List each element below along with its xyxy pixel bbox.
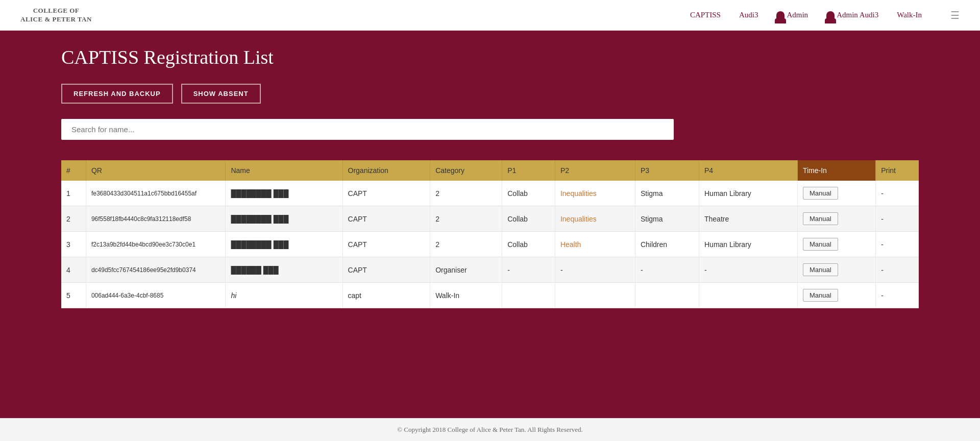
table-row: 1 fe3680433d304511a1c675bbd16455af █████… bbox=[61, 181, 919, 206]
page-header: CAPTISS Registration List REFRESH AND BA… bbox=[0, 31, 980, 160]
cell-p2: Inequalities bbox=[555, 206, 635, 232]
nav-admin-audi3[interactable]: Admin Audi3 bbox=[826, 11, 878, 19]
cell-org: CAPT bbox=[342, 181, 430, 206]
cell-org: CAPT bbox=[342, 232, 430, 257]
cell-category: 2 bbox=[430, 232, 502, 257]
cell-name: ████████ ███ bbox=[226, 181, 342, 206]
cell-org: CAPT bbox=[342, 206, 430, 232]
cell-p3: Stigma bbox=[635, 181, 699, 206]
table-body: 1 fe3680433d304511a1c675bbd16455af █████… bbox=[61, 181, 919, 308]
col-qr: QR bbox=[86, 160, 226, 181]
nav-admin[interactable]: Admin bbox=[776, 11, 808, 19]
cell-timein: Manual bbox=[797, 232, 875, 257]
cell-name: hi bbox=[226, 283, 342, 308]
refresh-backup-button[interactable]: REFRESH AND BACKUP bbox=[61, 84, 173, 104]
manual-button[interactable]: Manual bbox=[803, 263, 838, 276]
main-content: # QR Name Organization Category P1 P2 P3… bbox=[0, 160, 980, 418]
table-row: 5 006ad444-6a3e-4cbf-8685 hi capt Walk-I… bbox=[61, 283, 919, 308]
cell-p1: Collab bbox=[502, 206, 555, 232]
nav-captiss[interactable]: CAPTISS bbox=[690, 11, 721, 19]
brand-line2: Alice & Peter Tan bbox=[20, 15, 92, 24]
cell-p2: Inequalities bbox=[555, 181, 635, 206]
col-timein: Time-In bbox=[797, 160, 875, 181]
cell-qr: dc49d5fcc767454186ee95e2fd9b0374 bbox=[86, 257, 226, 283]
cell-timein: Manual bbox=[797, 206, 875, 232]
user-icon-admin-audi3 bbox=[826, 11, 835, 19]
table-row: 2 96f558f18fb4440c8c9fa312118edf58 █████… bbox=[61, 206, 919, 232]
cell-num: 2 bbox=[61, 206, 86, 232]
manual-button[interactable]: Manual bbox=[803, 238, 838, 251]
cell-p1: Collab bbox=[502, 232, 555, 257]
cell-p1: - bbox=[502, 257, 555, 283]
cell-p1: Collab bbox=[502, 181, 555, 206]
header-buttons: REFRESH AND BACKUP SHOW ABSENT bbox=[61, 84, 919, 104]
nav-walkin[interactable]: Walk-In bbox=[897, 11, 922, 19]
navbar: College of Alice & Peter Tan CAPTISS Aud… bbox=[0, 0, 980, 31]
col-print: Print bbox=[876, 160, 919, 181]
cell-org: CAPT bbox=[342, 257, 430, 283]
table-row: 4 dc49d5fcc767454186ee95e2fd9b0374 █████… bbox=[61, 257, 919, 283]
cell-print: - bbox=[876, 232, 919, 257]
cell-p2: Health bbox=[555, 232, 635, 257]
col-p2: P2 bbox=[555, 160, 635, 181]
cell-category: 2 bbox=[430, 181, 502, 206]
cell-p3: Children bbox=[635, 232, 699, 257]
cell-p4: Theatre bbox=[699, 206, 797, 232]
navbar-links: CAPTISS Audi3 Admin Admin Audi3 Walk-In … bbox=[690, 9, 960, 21]
footer-text: © Copyright 2018 College of Alice & Pete… bbox=[397, 426, 583, 433]
cell-print: - bbox=[876, 257, 919, 283]
cell-category: 2 bbox=[430, 206, 502, 232]
cell-name: ████████ ███ bbox=[226, 206, 342, 232]
cell-org: capt bbox=[342, 283, 430, 308]
cell-p4: Human Library bbox=[699, 181, 797, 206]
col-p1: P1 bbox=[502, 160, 555, 181]
cell-p2 bbox=[555, 283, 635, 308]
brand: College of Alice & Peter Tan bbox=[20, 7, 92, 24]
cell-p3: Stigma bbox=[635, 206, 699, 232]
cell-category: Organiser bbox=[430, 257, 502, 283]
manual-button[interactable]: Manual bbox=[803, 212, 838, 225]
search-input[interactable] bbox=[61, 119, 674, 140]
table-row: 3 f2c13a9b2fd44be4bcd90ee3c730c0e1 █████… bbox=[61, 232, 919, 257]
table-header: # QR Name Organization Category P1 P2 P3… bbox=[61, 160, 919, 181]
footer: © Copyright 2018 College of Alice & Pete… bbox=[0, 418, 980, 441]
manual-button[interactable]: Manual bbox=[803, 187, 838, 200]
cell-p3 bbox=[635, 283, 699, 308]
cell-print: - bbox=[876, 206, 919, 232]
manual-button[interactable]: Manual bbox=[803, 289, 838, 302]
cell-qr: 006ad444-6a3e-4cbf-8685 bbox=[86, 283, 226, 308]
cell-timein: Manual bbox=[797, 257, 875, 283]
cell-num: 1 bbox=[61, 181, 86, 206]
cell-num: 3 bbox=[61, 232, 86, 257]
cell-name: ████████ ███ bbox=[226, 232, 342, 257]
cell-qr: 96f558f18fb4440c8c9fa312118edf58 bbox=[86, 206, 226, 232]
cell-p4: - bbox=[699, 257, 797, 283]
cell-num: 5 bbox=[61, 283, 86, 308]
registration-table: # QR Name Organization Category P1 P2 P3… bbox=[61, 160, 919, 308]
cell-num: 4 bbox=[61, 257, 86, 283]
hamburger-icon[interactable]: ☰ bbox=[950, 9, 960, 21]
cell-p4 bbox=[699, 283, 797, 308]
show-absent-button[interactable]: SHOW ABSENT bbox=[181, 84, 261, 104]
cell-p3: - bbox=[635, 257, 699, 283]
cell-timein: Manual bbox=[797, 283, 875, 308]
nav-audi3[interactable]: Audi3 bbox=[739, 11, 758, 19]
col-num: # bbox=[61, 160, 86, 181]
cell-qr: f2c13a9b2fd44be4bcd90ee3c730c0e1 bbox=[86, 232, 226, 257]
cell-name: ██████ ███ bbox=[226, 257, 342, 283]
cell-print: - bbox=[876, 283, 919, 308]
col-category: Category bbox=[430, 160, 502, 181]
cell-p1 bbox=[502, 283, 555, 308]
page-title: CAPTISS Registration List bbox=[61, 46, 919, 68]
user-icon-admin bbox=[776, 11, 785, 19]
cell-p2: - bbox=[555, 257, 635, 283]
brand-line1: College of bbox=[20, 7, 92, 15]
col-org: Organization bbox=[342, 160, 430, 181]
cell-print: - bbox=[876, 181, 919, 206]
cell-p4: Human Library bbox=[699, 232, 797, 257]
cell-qr: fe3680433d304511a1c675bbd16455af bbox=[86, 181, 226, 206]
col-name: Name bbox=[226, 160, 342, 181]
cell-category: Walk-In bbox=[430, 283, 502, 308]
col-p4: P4 bbox=[699, 160, 797, 181]
col-p3: P3 bbox=[635, 160, 699, 181]
